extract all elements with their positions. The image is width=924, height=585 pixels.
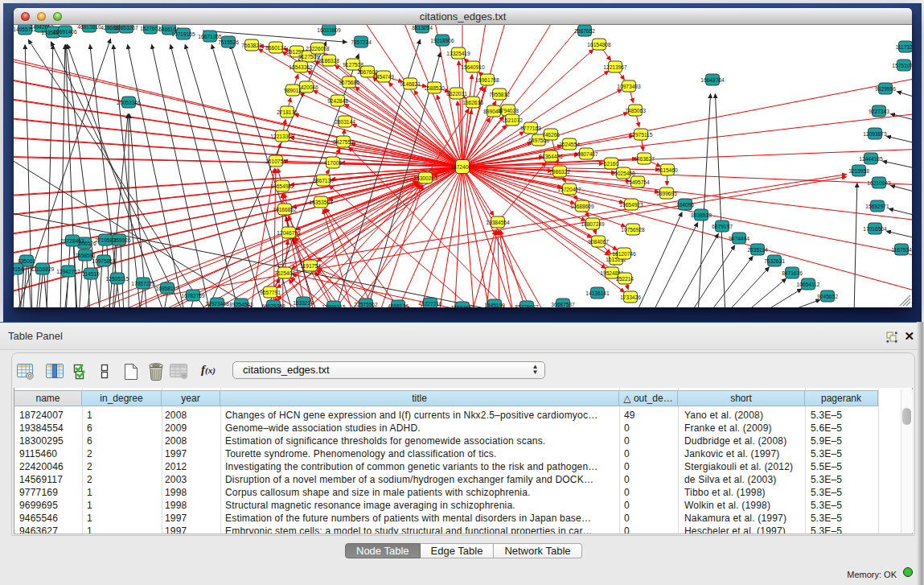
svg-text:835061: 835061 [18,258,35,264]
svg-text:10688609: 10688609 [570,204,594,209]
svg-text:9084067: 9084067 [588,239,609,245]
svg-text:12942757: 12942757 [56,269,80,274]
svg-text:41227216: 41227216 [418,301,442,307]
svg-text:62160: 62160 [604,161,619,167]
svg-text:12505115: 12505115 [106,276,129,282]
svg-text:4668136: 4668136 [388,303,409,308]
svg-text:17046798: 17046798 [277,230,301,236]
svg-text:13325419: 13325419 [446,51,470,56]
svg-text:25300203: 25300203 [413,175,437,181]
svg-text:10025458: 10025458 [611,171,635,176]
svg-text:9657791: 9657791 [260,290,281,295]
svg-text:1191754: 1191754 [300,263,321,269]
svg-text:9146821: 9146821 [400,81,421,87]
svg-text:15720407: 15720407 [557,187,581,192]
svg-text:2803144: 2803144 [335,119,355,125]
svg-text:12975115: 12975115 [630,132,653,138]
svg-text:12093873: 12093873 [863,131,887,137]
svg-text:12444185: 12444185 [859,156,883,162]
svg-text:8454749: 8454749 [373,74,394,80]
svg-text:19654923: 19654923 [619,202,643,208]
svg-text:16120746: 16120746 [612,251,636,257]
svg-text:1362615: 1362615 [462,100,483,105]
svg-text:3215958: 3215958 [848,168,869,174]
svg-text:2719583: 2719583 [95,237,116,243]
svg-text:164095: 164095 [676,202,694,208]
svg-text:39154: 39154 [14,266,23,272]
svg-text:252214: 252214 [616,276,634,282]
svg-text:16210643: 16210643 [867,180,891,186]
svg-text:15692971: 15692971 [865,204,889,209]
svg-text:8427552: 8427552 [333,139,354,145]
svg-text:20691406: 20691406 [53,29,77,35]
svg-text:10654112: 10654112 [797,282,820,287]
svg-text:7663822: 7663822 [241,43,262,48]
svg-text:1610755: 1610755 [265,159,286,164]
svg-text:11156829: 11156829 [31,266,55,272]
svg-text:6879197: 6879197 [712,224,733,229]
svg-text:10653267: 10653267 [114,25,138,31]
svg-text:12213369: 12213369 [270,134,294,139]
svg-text:3675685: 3675685 [339,80,359,85]
svg-text:746266: 746266 [542,132,560,138]
svg-text:8813054: 8813054 [412,25,433,31]
svg-text:9329996: 9329996 [875,86,896,92]
svg-text:46913810: 46913810 [77,25,101,30]
svg-text:1621072: 1621072 [502,117,523,123]
svg-text:20053346: 20053346 [117,100,141,105]
svg-text:9474444: 9474444 [729,236,749,241]
svg-text:66629388: 66629388 [261,303,285,308]
svg-text:10756928: 10756928 [621,227,645,233]
svg-text:1445199: 1445199 [484,303,505,308]
svg-text:7515526: 7515526 [218,39,239,45]
svg-text:36687537: 36687537 [551,302,575,307]
svg-text:7625402: 7625402 [274,270,295,276]
svg-text:8660124: 8660124 [265,45,286,51]
svg-text:85329037: 85329037 [515,304,539,308]
svg-text:3624554: 3624554 [559,142,580,147]
svg-text:19166852: 19166852 [273,207,297,212]
svg-text:989012: 989012 [284,88,302,93]
svg-text:7955812: 7955812 [489,92,510,97]
svg-text:16648784: 16648784 [700,77,725,83]
svg-text:19218906: 19218906 [430,38,454,43]
svg-text:3867130: 3867130 [313,178,334,183]
svg-text:6899695: 6899695 [656,191,677,196]
svg-text:19384554: 19384554 [486,220,510,225]
svg-text:7485063: 7485063 [625,108,646,113]
svg-text:16782759: 16782759 [181,293,205,299]
svg-text:23226058: 23226058 [306,46,330,51]
svg-text:9115460: 9115460 [657,167,678,173]
svg-text:417006: 417006 [324,160,342,166]
svg-text:22575562: 22575562 [354,302,378,307]
svg-text:10807487: 10807487 [574,151,598,157]
svg-text:10654982: 10654982 [270,183,294,189]
svg-text:14136141: 14136141 [585,290,610,296]
svg-text:77827638: 77827638 [450,305,474,308]
svg-text:9127508: 9127508 [343,62,363,68]
svg-text:15751074: 15751074 [892,63,912,68]
svg-text:9245652: 9245652 [817,294,838,299]
svg-text:16958117: 16958117 [156,286,179,291]
svg-text:9777169: 9777169 [520,126,541,131]
svg-text:17016504: 17016504 [863,226,887,232]
svg-text:10975857: 10975857 [92,258,116,264]
svg-text:16033809: 16033809 [317,27,341,33]
svg-text:16961758: 16961758 [475,77,499,83]
svg-text:13999315: 13999315 [322,304,346,308]
svg-text:2458591: 2458591 [75,253,96,258]
svg-text:7357224: 7357224 [351,39,372,45]
svg-text:2087652: 2087652 [574,28,595,34]
svg-text:18807249: 18807249 [581,221,605,227]
svg-text:9242848: 9242848 [327,98,348,104]
svg-text:1588520: 1588520 [424,85,445,91]
svg-text:15495754: 15495754 [626,179,650,185]
svg-text:2935114: 2935114 [747,247,768,253]
svg-text:16543362: 16543362 [289,64,313,70]
svg-text:12923448: 12923448 [205,301,229,307]
svg-text:10973493: 10973493 [617,84,641,89]
svg-text:9127509: 9127509 [298,54,319,60]
svg-text:1117328: 1117328 [896,44,912,50]
svg-text:15353594: 15353594 [309,200,333,205]
svg-text:8938918: 8938918 [691,212,712,218]
